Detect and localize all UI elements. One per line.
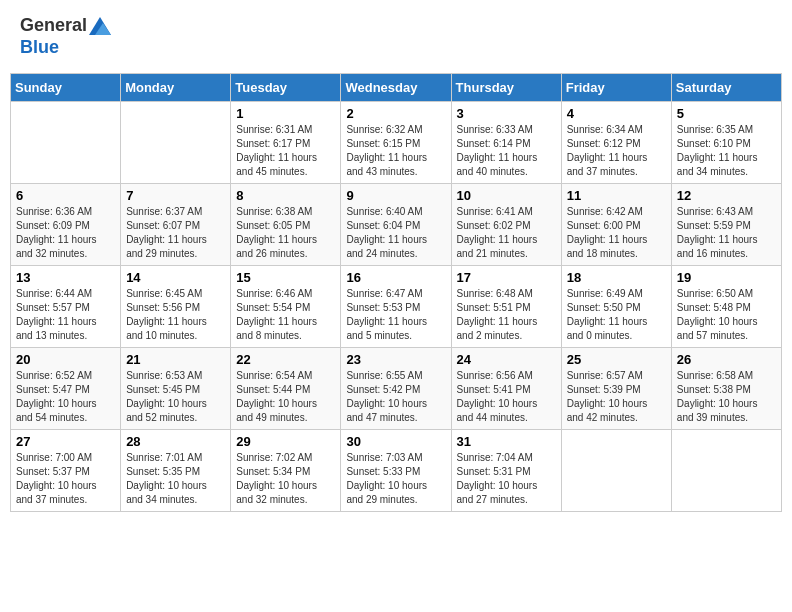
day-number: 23 [346,352,445,367]
calendar-cell: 17Sunrise: 6:48 AM Sunset: 5:51 PM Dayli… [451,266,561,348]
day-info: Sunrise: 7:02 AM Sunset: 5:34 PM Dayligh… [236,451,335,507]
calendar-cell: 31Sunrise: 7:04 AM Sunset: 5:31 PM Dayli… [451,430,561,512]
calendar-cell: 5Sunrise: 6:35 AM Sunset: 6:10 PM Daylig… [671,102,781,184]
header-wednesday: Wednesday [341,74,451,102]
day-number: 22 [236,352,335,367]
calendar-cell: 4Sunrise: 6:34 AM Sunset: 6:12 PM Daylig… [561,102,671,184]
header-tuesday: Tuesday [231,74,341,102]
logo-text: General Blue [20,15,113,58]
calendar-cell: 29Sunrise: 7:02 AM Sunset: 5:34 PM Dayli… [231,430,341,512]
day-info: Sunrise: 6:47 AM Sunset: 5:53 PM Dayligh… [346,287,445,343]
day-number: 15 [236,270,335,285]
calendar-cell: 27Sunrise: 7:00 AM Sunset: 5:37 PM Dayli… [11,430,121,512]
calendar-cell: 18Sunrise: 6:49 AM Sunset: 5:50 PM Dayli… [561,266,671,348]
day-info: Sunrise: 6:50 AM Sunset: 5:48 PM Dayligh… [677,287,776,343]
calendar-cell: 2Sunrise: 6:32 AM Sunset: 6:15 PM Daylig… [341,102,451,184]
day-number: 14 [126,270,225,285]
calendar-cell: 11Sunrise: 6:42 AM Sunset: 6:00 PM Dayli… [561,184,671,266]
day-info: Sunrise: 6:55 AM Sunset: 5:42 PM Dayligh… [346,369,445,425]
day-info: Sunrise: 6:41 AM Sunset: 6:02 PM Dayligh… [457,205,556,261]
day-info: Sunrise: 6:53 AM Sunset: 5:45 PM Dayligh… [126,369,225,425]
day-number: 24 [457,352,556,367]
calendar-cell [121,102,231,184]
day-number: 30 [346,434,445,449]
calendar-cell: 19Sunrise: 6:50 AM Sunset: 5:48 PM Dayli… [671,266,781,348]
day-number: 11 [567,188,666,203]
calendar-cell: 6Sunrise: 6:36 AM Sunset: 6:09 PM Daylig… [11,184,121,266]
calendar-cell: 25Sunrise: 6:57 AM Sunset: 5:39 PM Dayli… [561,348,671,430]
day-info: Sunrise: 6:49 AM Sunset: 5:50 PM Dayligh… [567,287,666,343]
day-info: Sunrise: 6:56 AM Sunset: 5:41 PM Dayligh… [457,369,556,425]
day-number: 19 [677,270,776,285]
calendar-cell: 22Sunrise: 6:54 AM Sunset: 5:44 PM Dayli… [231,348,341,430]
calendar-cell [11,102,121,184]
day-info: Sunrise: 6:45 AM Sunset: 5:56 PM Dayligh… [126,287,225,343]
day-info: Sunrise: 6:33 AM Sunset: 6:14 PM Dayligh… [457,123,556,179]
calendar-cell [561,430,671,512]
calendar-cell: 16Sunrise: 6:47 AM Sunset: 5:53 PM Dayli… [341,266,451,348]
logo-icon [89,17,111,35]
day-info: Sunrise: 6:48 AM Sunset: 5:51 PM Dayligh… [457,287,556,343]
calendar-table: SundayMondayTuesdayWednesdayThursdayFrid… [10,73,782,512]
calendar-cell: 7Sunrise: 6:37 AM Sunset: 6:07 PM Daylig… [121,184,231,266]
day-number: 28 [126,434,225,449]
calendar-cell: 14Sunrise: 6:45 AM Sunset: 5:56 PM Dayli… [121,266,231,348]
day-info: Sunrise: 6:37 AM Sunset: 6:07 PM Dayligh… [126,205,225,261]
day-number: 17 [457,270,556,285]
calendar-cell [671,430,781,512]
header-monday: Monday [121,74,231,102]
week-row-2: 6Sunrise: 6:36 AM Sunset: 6:09 PM Daylig… [11,184,782,266]
calendar-cell: 23Sunrise: 6:55 AM Sunset: 5:42 PM Dayli… [341,348,451,430]
day-info: Sunrise: 6:32 AM Sunset: 6:15 PM Dayligh… [346,123,445,179]
day-number: 3 [457,106,556,121]
logo-blue: Blue [20,37,59,57]
day-info: Sunrise: 6:46 AM Sunset: 5:54 PM Dayligh… [236,287,335,343]
day-number: 1 [236,106,335,121]
day-info: Sunrise: 7:03 AM Sunset: 5:33 PM Dayligh… [346,451,445,507]
calendar-cell: 21Sunrise: 6:53 AM Sunset: 5:45 PM Dayli… [121,348,231,430]
day-info: Sunrise: 7:00 AM Sunset: 5:37 PM Dayligh… [16,451,115,507]
day-number: 7 [126,188,225,203]
day-number: 8 [236,188,335,203]
day-info: Sunrise: 6:34 AM Sunset: 6:12 PM Dayligh… [567,123,666,179]
day-number: 4 [567,106,666,121]
week-row-1: 1Sunrise: 6:31 AM Sunset: 6:17 PM Daylig… [11,102,782,184]
day-number: 29 [236,434,335,449]
day-number: 12 [677,188,776,203]
day-info: Sunrise: 7:04 AM Sunset: 5:31 PM Dayligh… [457,451,556,507]
day-number: 27 [16,434,115,449]
day-info: Sunrise: 6:58 AM Sunset: 5:38 PM Dayligh… [677,369,776,425]
day-number: 6 [16,188,115,203]
calendar-cell: 8Sunrise: 6:38 AM Sunset: 6:05 PM Daylig… [231,184,341,266]
calendar-cell: 24Sunrise: 6:56 AM Sunset: 5:41 PM Dayli… [451,348,561,430]
calendar-cell: 30Sunrise: 7:03 AM Sunset: 5:33 PM Dayli… [341,430,451,512]
calendar-header-row: SundayMondayTuesdayWednesdayThursdayFrid… [11,74,782,102]
day-info: Sunrise: 6:44 AM Sunset: 5:57 PM Dayligh… [16,287,115,343]
day-number: 10 [457,188,556,203]
header-saturday: Saturday [671,74,781,102]
day-number: 25 [567,352,666,367]
day-number: 2 [346,106,445,121]
week-row-5: 27Sunrise: 7:00 AM Sunset: 5:37 PM Dayli… [11,430,782,512]
day-info: Sunrise: 6:57 AM Sunset: 5:39 PM Dayligh… [567,369,666,425]
day-number: 16 [346,270,445,285]
calendar-cell: 12Sunrise: 6:43 AM Sunset: 5:59 PM Dayli… [671,184,781,266]
calendar-cell: 13Sunrise: 6:44 AM Sunset: 5:57 PM Dayli… [11,266,121,348]
header-thursday: Thursday [451,74,561,102]
day-info: Sunrise: 6:38 AM Sunset: 6:05 PM Dayligh… [236,205,335,261]
page-header: General Blue [10,10,782,63]
day-number: 20 [16,352,115,367]
day-info: Sunrise: 6:52 AM Sunset: 5:47 PM Dayligh… [16,369,115,425]
day-number: 21 [126,352,225,367]
calendar-cell: 1Sunrise: 6:31 AM Sunset: 6:17 PM Daylig… [231,102,341,184]
calendar-cell: 26Sunrise: 6:58 AM Sunset: 5:38 PM Dayli… [671,348,781,430]
day-number: 5 [677,106,776,121]
day-number: 31 [457,434,556,449]
header-sunday: Sunday [11,74,121,102]
calendar-cell: 20Sunrise: 6:52 AM Sunset: 5:47 PM Dayli… [11,348,121,430]
week-row-3: 13Sunrise: 6:44 AM Sunset: 5:57 PM Dayli… [11,266,782,348]
logo-general: General [20,15,87,35]
calendar-cell: 28Sunrise: 7:01 AM Sunset: 5:35 PM Dayli… [121,430,231,512]
calendar-cell: 3Sunrise: 6:33 AM Sunset: 6:14 PM Daylig… [451,102,561,184]
calendar-cell: 9Sunrise: 6:40 AM Sunset: 6:04 PM Daylig… [341,184,451,266]
